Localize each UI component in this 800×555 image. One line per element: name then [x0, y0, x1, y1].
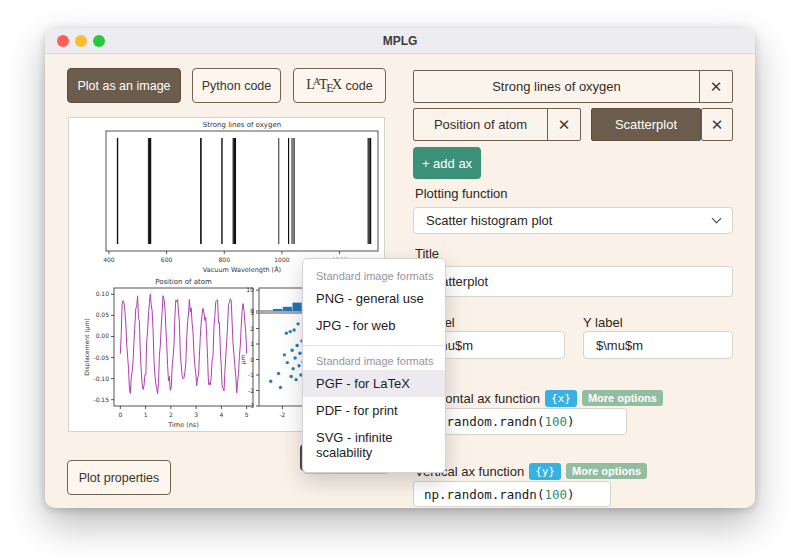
- ax-tab-label: Scatterplot: [592, 109, 700, 140]
- title-input[interactable]: [413, 266, 733, 297]
- svg-text:Position of atom: Position of atom: [155, 278, 212, 286]
- svg-text:3: 3: [250, 309, 254, 316]
- y-label-field-label: Y label: [583, 315, 623, 330]
- svg-text:Strong lines of oxygen: Strong lines of oxygen: [203, 121, 281, 129]
- plot-as-image-label: Plot as an image: [77, 79, 170, 93]
- svg-text:0: 0: [118, 411, 122, 418]
- vertical-fn-row: Vertical ax function {y} More options: [415, 462, 735, 480]
- svg-text:Vacuum Wavelength (Å): Vacuum Wavelength (Å): [203, 265, 281, 274]
- code-text: ): [567, 487, 575, 502]
- plot-properties-label: Plot properties: [79, 471, 160, 485]
- svg-text:-0.15: -0.15: [93, 396, 109, 403]
- ax-tab-strong-lines[interactable]: Strong lines of oxygen ✕: [413, 70, 733, 103]
- x-variable-badge: {x}: [545, 390, 577, 407]
- app-window: MPLG Plot as an image Python code LATEX …: [45, 28, 755, 508]
- export-menu: Standard image formatsPNG - general useJ…: [302, 258, 446, 473]
- svg-text:2: 2: [250, 325, 254, 332]
- vertical-fn-input[interactable]: np.random.randn(100): [413, 481, 611, 507]
- menu-item-pgf[interactable]: PGF - for LaTeX: [303, 370, 445, 397]
- titlebar: MPLG: [45, 28, 755, 54]
- svg-text:-3: -3: [248, 402, 254, 409]
- svg-text:5: 5: [245, 411, 249, 418]
- close-ax-icon[interactable]: ✕: [547, 109, 580, 140]
- svg-text:0: 0: [250, 356, 254, 363]
- menu-section-header: Standard image formats: [303, 348, 445, 370]
- plotting-function-label: Plotting function: [415, 186, 508, 201]
- latex-logo: LATEX: [306, 76, 341, 96]
- svg-text:400: 400: [103, 256, 115, 263]
- ax-tab-position-of-atom[interactable]: Position of atom ✕: [413, 108, 581, 141]
- svg-text:0.05: 0.05: [96, 311, 110, 318]
- svg-text:-2: -2: [279, 411, 285, 418]
- svg-text:1: 1: [250, 340, 254, 347]
- menu-item-svg[interactable]: SVG - infinite scalability: [303, 424, 445, 466]
- menu-item-jpg[interactable]: JPG - for web: [303, 312, 445, 339]
- svg-text:3: 3: [194, 411, 198, 418]
- ax-tab-label: Strong lines of oxygen: [414, 71, 699, 102]
- menu-item-png[interactable]: PNG - general use: [303, 285, 445, 312]
- svg-text:0.00: 0.00: [96, 332, 110, 339]
- close-ax-scatterplot-icon[interactable]: ✕: [701, 108, 733, 141]
- svg-text:1: 1: [144, 411, 148, 418]
- svg-text:Displacement (μm): Displacement (μm): [83, 318, 91, 376]
- add-ax-label: + add ax: [422, 156, 472, 171]
- svg-text:0.10: 0.10: [96, 290, 110, 297]
- svg-text:-0.05: -0.05: [93, 354, 109, 361]
- ax-tab-label: Position of atom: [414, 109, 547, 140]
- svg-text:μm: μm: [239, 355, 247, 365]
- code-number: 100: [544, 487, 567, 502]
- add-ax-button[interactable]: + add ax: [413, 147, 481, 179]
- latex-code-button[interactable]: LATEX code: [293, 68, 386, 103]
- python-code-button[interactable]: Python code: [192, 68, 281, 103]
- plotting-function-select[interactable]: Scatter histogram plot: [413, 207, 733, 234]
- menu-item-pdf[interactable]: PDF - for print: [303, 397, 445, 424]
- horizontal-fn-row: Horizontal ax function {x} More options: [415, 389, 735, 407]
- code-number: 100: [544, 414, 567, 429]
- svg-text:600: 600: [161, 256, 173, 263]
- code-text: ): [567, 414, 575, 429]
- svg-text:-1: -1: [248, 371, 254, 378]
- horizontal-more-options-button[interactable]: More options: [582, 390, 663, 406]
- svg-text:10: 10: [246, 286, 254, 293]
- svg-text:1000: 1000: [274, 256, 289, 263]
- python-code-label: Python code: [202, 79, 272, 93]
- close-ax-icon[interactable]: ✕: [699, 71, 732, 102]
- svg-text:800: 800: [219, 256, 231, 263]
- svg-text:-0.10: -0.10: [93, 375, 109, 382]
- svg-text:2: 2: [169, 411, 173, 418]
- menu-divider: [303, 345, 445, 346]
- vertical-more-options-button[interactable]: More options: [566, 463, 647, 479]
- chevron-down-icon: [712, 214, 722, 224]
- window-title: MPLG: [45, 34, 755, 48]
- ax-tab-scatterplot[interactable]: Scatterplot: [591, 108, 701, 141]
- svg-text:Time (ns): Time (ns): [167, 421, 199, 429]
- y-label-input[interactable]: [583, 331, 733, 359]
- plot-properties-button[interactable]: Plot properties: [67, 460, 171, 495]
- svg-text:-2: -2: [248, 387, 254, 394]
- y-variable-badge: {y}: [529, 463, 561, 480]
- plotting-function-value: Scatter histogram plot: [426, 213, 552, 228]
- latex-code-label: code: [346, 79, 373, 93]
- svg-text:4: 4: [219, 411, 223, 418]
- code-text: np.random.randn(: [424, 487, 544, 502]
- plot-as-image-button[interactable]: Plot as an image: [67, 68, 181, 103]
- menu-section-header: Standard image formats: [303, 263, 445, 285]
